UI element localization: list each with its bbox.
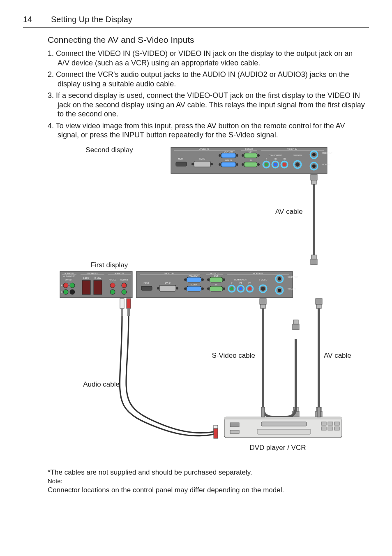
- svg-rect-57: [214, 429, 218, 438]
- svg-rect-52: [120, 299, 124, 308]
- label-s-video-cable: S-Video cable: [212, 352, 255, 359]
- note-label: Note:: [48, 477, 365, 485]
- svg-rect-64: [321, 422, 326, 425]
- svg-rect-61: [230, 430, 239, 433]
- svg-rect-71: [317, 407, 321, 417]
- svg-rect-63: [257, 429, 311, 434]
- instruction-list: Connect the VIDEO IN (S-VIDEO) or VIDEO …: [48, 49, 365, 140]
- second-display-panel: [171, 147, 332, 174]
- svg-rect-62: [261, 422, 307, 426]
- s-video-cable: [260, 299, 299, 417]
- label-first-display: First display: [91, 261, 128, 269]
- page-number: 14: [23, 15, 39, 24]
- label-av-cable-top: AV cable: [275, 208, 303, 215]
- connection-diagram: VIDEO IN AUDIO1 VIDEO IN HDMI DVI-D VGA …: [48, 146, 365, 458]
- note-body: Connector locations on the control panel…: [48, 486, 365, 495]
- svg-rect-69: [334, 427, 339, 430]
- svg-rect-68: [328, 427, 333, 430]
- svg-rect-53: [127, 299, 131, 308]
- av-cable-top: [311, 174, 317, 265]
- svg-rect-59: [224, 417, 342, 419]
- av-cable-bottom: [316, 299, 322, 417]
- label-second-display: Second display: [85, 146, 133, 154]
- svg-rect-54: [121, 308, 123, 316]
- dvd-player: [224, 417, 342, 438]
- list-item: If a second display is used, connect the…: [48, 91, 365, 119]
- list-item: Connect the VCR's audio output jacks to …: [48, 70, 365, 88]
- label-dvd-vcr: DVD player / VCR: [250, 444, 306, 452]
- first-display-audio-panel: [60, 271, 132, 298]
- first-display-video-panel: [136, 271, 298, 298]
- running-header: 14 Setting Up the Display: [23, 15, 369, 24]
- svg-rect-65: [328, 422, 333, 425]
- section-heading: Connecting the AV and S-Video Inputs: [48, 35, 365, 45]
- svg-rect-55: [127, 308, 130, 316]
- footnote-cables: *The cables are not supplied and should …: [48, 468, 365, 477]
- header-rule: [23, 27, 369, 28]
- audio-cable: [120, 299, 218, 438]
- svg-rect-70: [261, 407, 265, 417]
- list-item: To view video image from this input, pre…: [48, 121, 365, 140]
- label-av-cable-bottom: AV cable: [324, 352, 351, 359]
- svg-rect-66: [334, 422, 339, 425]
- list-item: Connect the VIDEO IN (S-VIDEO) or VIDEO …: [48, 49, 365, 67]
- label-audio-cable: Audio cable: [83, 380, 120, 388]
- running-title: Setting Up the Display: [51, 15, 132, 24]
- svg-rect-67: [321, 427, 326, 430]
- svg-rect-60: [230, 423, 239, 427]
